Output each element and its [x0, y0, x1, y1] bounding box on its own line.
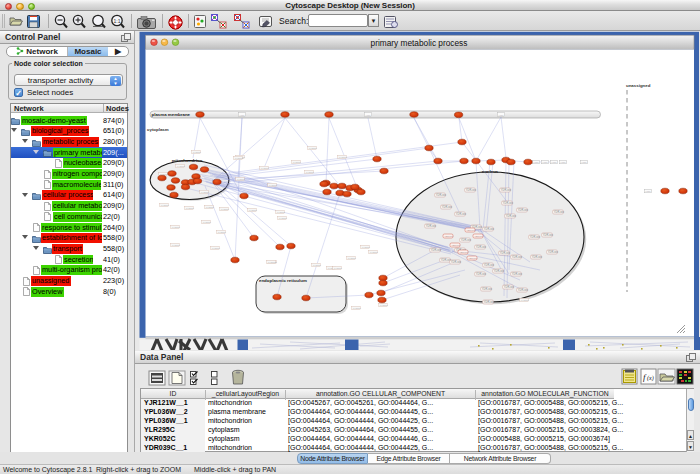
svg-text:YDR-xxx: YDR-xxx [512, 255, 523, 259]
svg-text:(x): (x) [647, 374, 654, 381]
svg-text:plasma membrane: plasma membrane [152, 112, 191, 117]
svg-text:primary metabolic process: primary metabolic process [371, 38, 468, 48]
svg-text:YALxxx: YALxxx [193, 151, 202, 154]
svg-text:YDR-xxx: YDR-xxx [548, 250, 559, 254]
svg-text:YALxxx: YALxxx [172, 226, 181, 229]
svg-text:YDR-xxx: YDR-xxx [476, 272, 487, 276]
svg-text:YALxxx: YALxxx [279, 217, 288, 220]
svg-text:Yxxx: Yxxx [498, 114, 504, 117]
svg-text:YGLxxx: YGLxxx [444, 235, 454, 238]
svg-text:YDR-xxx: YDR-xxx [484, 300, 495, 304]
svg-text:Yxxx: Yxxx [581, 161, 587, 164]
svg-text:YDR-xxx: YDR-xxx [554, 210, 565, 214]
svg-text:YDR-xxx: YDR-xxx [506, 214, 517, 218]
svg-text:YDR-xxx: YDR-xxx [504, 285, 515, 289]
svg-text:YDR-xxx: YDR-xxx [451, 260, 462, 264]
svg-text:YALxxx: YALxxx [177, 165, 186, 168]
svg-text:unassigned: unassigned [626, 83, 651, 88]
svg-text:YGLxxx: YGLxxx [451, 244, 461, 247]
svg-text:Yxxx: Yxxx [533, 161, 539, 164]
svg-text:YALxxx: YALxxx [362, 246, 371, 249]
svg-text:YGLxxx: YGLxxx [474, 235, 484, 238]
svg-text:Yxxx: Yxxx [560, 161, 566, 164]
svg-text:YGLxxx: YGLxxx [466, 229, 476, 232]
svg-text:YDR-xxx: YDR-xxx [494, 269, 505, 273]
svg-text:YDR-xxx: YDR-xxx [503, 201, 514, 205]
svg-text:cytoplasm: cytoplasm [147, 127, 169, 132]
svg-text:YALxxx: YALxxx [353, 307, 362, 310]
svg-text:Yxxx: Yxxx [645, 190, 651, 193]
svg-text:YALxxx: YALxxx [201, 191, 210, 194]
svg-text:YALxxx: YALxxx [334, 267, 343, 270]
svg-text:YDR-xxx: YDR-xxx [484, 227, 495, 231]
svg-text:Yxxx: Yxxx [551, 161, 557, 164]
svg-text:nucleus: nucleus [482, 169, 499, 174]
svg-text:YALxxx: YALxxx [203, 221, 212, 224]
svg-text:YDR-xxx: YDR-xxx [456, 212, 467, 216]
svg-text:YDR-xxx: YDR-xxx [426, 224, 437, 228]
svg-text:YALxxx: YALxxx [306, 171, 315, 174]
svg-text:YALxxx: YALxxx [339, 156, 348, 159]
svg-text:YDR-xxx: YDR-xxx [461, 238, 472, 242]
svg-text:1:1: 1:1 [114, 18, 121, 24]
svg-text:YALxxx: YALxxx [206, 206, 215, 209]
svg-text:YDR-xxx: YDR-xxx [543, 233, 554, 237]
svg-text:YDR-xxx: YDR-xxx [484, 263, 495, 267]
svg-text:YDR-xxx: YDR-xxx [442, 205, 453, 209]
svg-text:Yxxx: Yxxx [365, 114, 371, 117]
svg-text:YALxxx: YALxxx [261, 167, 270, 170]
svg-text:YDR-xxx: YDR-xxx [476, 245, 487, 249]
svg-text:YDR-xxx: YDR-xxx [532, 255, 543, 259]
svg-text:YDR-xxx: YDR-xxx [501, 188, 512, 192]
svg-text:YALxxx: YALxxx [249, 209, 258, 212]
svg-text:YDR-xxx: YDR-xxx [518, 288, 529, 292]
svg-text:mitochondrion: mitochondrion [172, 158, 203, 163]
svg-text:YDR-xxx: YDR-xxx [482, 287, 493, 291]
svg-text:YALxxx: YALxxx [212, 247, 221, 250]
svg-text:YALxxx: YALxxx [313, 264, 322, 267]
svg-text:endoplasmic reticulum: endoplasmic reticulum [259, 278, 307, 283]
svg-text:YALxxx: YALxxx [277, 211, 286, 214]
svg-text:YALxxx: YALxxx [237, 178, 246, 181]
svg-text:YGLxxx: YGLxxx [459, 251, 469, 254]
svg-text:YDR-xxx: YDR-xxx [436, 193, 447, 197]
svg-text:YDR-xxx: YDR-xxx [518, 208, 529, 212]
svg-text:YALxxx: YALxxx [268, 261, 277, 264]
svg-text:YALxxx: YALxxx [172, 244, 181, 247]
svg-text:YALxxx: YALxxx [218, 231, 227, 234]
svg-text:YGLxxx: YGLxxx [468, 257, 478, 260]
svg-text:YALxxx: YALxxx [293, 161, 302, 164]
svg-text:YDR-xxx: YDR-xxx [500, 251, 511, 255]
svg-text:YDR-xxx: YDR-xxx [512, 272, 523, 276]
svg-text:YALxxx: YALxxx [309, 147, 318, 150]
svg-text:Yxxx: Yxxx [239, 114, 245, 117]
svg-text:YALxxx: YALxxx [161, 204, 170, 207]
svg-text:YDR-xxx: YDR-xxx [466, 188, 477, 192]
svg-text:YALxxx: YALxxx [348, 257, 357, 260]
svg-text:YDR-xxx: YDR-xxx [431, 248, 442, 252]
svg-text:YALxxx: YALxxx [221, 208, 230, 211]
svg-text:YDR-xxx: YDR-xxx [530, 235, 541, 239]
svg-text:YALxxx: YALxxx [370, 251, 379, 254]
svg-text:YALxxx: YALxxx [186, 207, 195, 210]
svg-text:YALxxx: YALxxx [269, 184, 278, 187]
svg-text:YALxxx: YALxxx [380, 304, 389, 307]
svg-text:Yxxx: Yxxx [542, 161, 548, 164]
svg-text:YALxxx: YALxxx [235, 157, 244, 160]
svg-text:YALxxx: YALxxx [521, 299, 530, 302]
